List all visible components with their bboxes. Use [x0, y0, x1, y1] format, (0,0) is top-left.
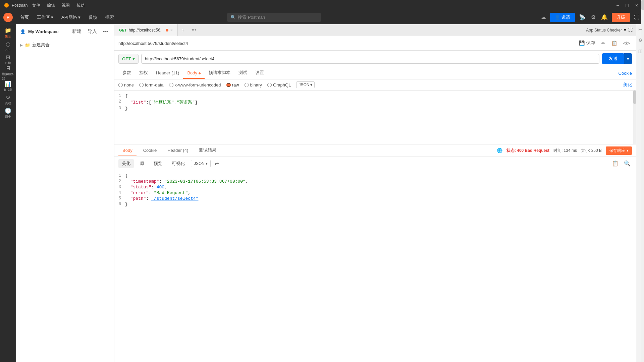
sidebar-icon-env[interactable]: ⊞ 环境	[2, 54, 14, 66]
body-opt-urlencoded[interactable]: x-www-form-urlencoded	[169, 82, 221, 87]
save-button[interactable]: 💾 保存	[577, 39, 597, 48]
right-sidebar-btn-1[interactable]: T	[637, 27, 643, 32]
send-dropdown-button[interactable]: ▾	[624, 53, 632, 64]
minimize-button[interactable]: −	[614, 2, 621, 9]
resp-tab-body[interactable]: Body	[118, 145, 137, 156]
right-sidebar-btn-3[interactable]: ◫	[637, 48, 643, 56]
expand-icon[interactable]: ⛶	[633, 13, 641, 22]
resp-json-select[interactable]: JSON ▾	[191, 160, 211, 167]
resp-body-opt-raw[interactable]: 原	[137, 159, 148, 168]
tab-close-icon[interactable]: ×	[170, 28, 173, 33]
sidebar-icons: 📁 集合 ⬡ API ⊞ 环境 🖥 模拟服务器 📊 监视器 ⚙ 流程 🕐 历史	[0, 24, 16, 362]
mock-icon: 🖥	[5, 65, 11, 71]
resp-line-4: 4 "error": "Bad Request",	[114, 190, 636, 196]
right-sidebar-btn-2[interactable]: ⚙	[637, 36, 643, 44]
invite-button[interactable]: 👤 邀请	[550, 13, 575, 22]
send-button[interactable]: 发送	[602, 53, 624, 64]
resp-body-opt-preview[interactable]: 预览	[150, 159, 166, 168]
sidebar-icon-mock[interactable]: 🖥 模拟服务器	[2, 67, 14, 79]
editor-scrollbar-thumb[interactable]	[633, 90, 636, 104]
tab-settings[interactable]: 设置	[251, 67, 268, 79]
collection-item[interactable]: ▶ 📁 新建集合	[16, 39, 114, 51]
body-opt-raw[interactable]: raw	[226, 82, 239, 87]
tab-url-text: http://localhost:56...	[129, 28, 164, 33]
menu-file[interactable]: 文件	[30, 3, 42, 8]
copy-button[interactable]: 📋	[609, 39, 619, 48]
resp-tab-header[interactable]: Header (4)	[163, 145, 192, 156]
nav-workspace[interactable]: 工作区 ▾	[34, 13, 57, 22]
nav-feedback[interactable]: 反馈	[85, 13, 101, 22]
new-item-button[interactable]: 新建	[70, 27, 84, 36]
resp-filter-icon[interactable]: ⇌	[213, 159, 220, 168]
code-button[interactable]: </>	[621, 39, 632, 48]
tab-header[interactable]: Header (11)	[152, 68, 183, 79]
url-bar-actions: 💾 保存 ✏ 📋 </>	[577, 39, 632, 48]
app-status-chevron-icon[interactable]: ▾	[624, 27, 626, 33]
json-format-select[interactable]: JSON ▾	[296, 81, 315, 88]
nav-explore[interactable]: 探索	[102, 13, 117, 22]
menu-help[interactable]: 帮助	[74, 3, 87, 8]
app-status-label: App Status Checker	[586, 28, 622, 33]
resp-body-opt-beautify[interactable]: 美化	[118, 159, 134, 168]
cloud-icon[interactable]: ☁	[539, 13, 547, 22]
method-select[interactable]: GET ▾	[118, 54, 139, 64]
menu-edit[interactable]: 编辑	[45, 3, 57, 8]
satellite-icon[interactable]: 📡	[578, 13, 587, 22]
body-opt-binary[interactable]: binary	[245, 82, 262, 87]
tab-auth[interactable]: 授权	[135, 67, 152, 79]
tab-body[interactable]: Body	[183, 68, 205, 79]
header-actions: 新建 导入 •••	[70, 27, 110, 36]
person-icon-2: 👤	[20, 29, 25, 34]
resp-body-opt-visualize[interactable]: 可视化	[168, 159, 188, 168]
body-opt-none[interactable]: none	[118, 82, 134, 87]
sidebar-icon-api[interactable]: ⬡ API	[2, 40, 14, 52]
sidebar-icon-collection-label: 集合	[5, 34, 11, 39]
upgrade-button[interactable]: 升级	[612, 13, 630, 22]
response-section: Body Cookie Header (4) 测试结果 🌐 状态: 400 Ba…	[114, 144, 636, 362]
resp-tab-cookie[interactable]: Cookie	[139, 145, 161, 156]
add-tab-button[interactable]: +	[178, 24, 189, 36]
env-icon: ⊞	[6, 54, 10, 60]
settings-icon[interactable]: ⚙	[590, 13, 597, 22]
more-tabs-button[interactable]: •••	[189, 24, 199, 36]
beautify-button[interactable]: 美化	[623, 82, 632, 88]
nav-home[interactable]: 首页	[17, 13, 32, 22]
bell-icon[interactable]: 🔔	[600, 13, 609, 22]
tab-bar: GET http://localhost:56... × + ••• App S…	[114, 24, 636, 36]
tab-params[interactable]: 参数	[118, 67, 135, 79]
workspace-chevron-icon: ▾	[51, 15, 53, 20]
sidebar-icon-history[interactable]: 🕐 历史	[2, 107, 14, 119]
menu-view[interactable]: 视图	[60, 3, 72, 8]
editor-scrollbar[interactable]	[633, 90, 636, 144]
method-label: GET	[122, 56, 131, 61]
cookie-link[interactable]: Cookie	[619, 71, 632, 76]
resp-search-icon[interactable]: 🔍	[623, 159, 632, 168]
tab-tests[interactable]: 测试	[234, 67, 251, 79]
app-title: Postman	[12, 3, 28, 8]
url-input[interactable]	[141, 54, 599, 64]
resp-right-actions: 📋 🔍	[610, 159, 632, 168]
flow-icon: ⚙	[6, 94, 10, 101]
nav-api[interactable]: API网络 ▾	[58, 13, 84, 22]
maximize-button[interactable]: □	[624, 2, 630, 9]
app-status-expand-icon[interactable]: ⛶	[628, 27, 633, 33]
request-tab-active[interactable]: GET http://localhost:56... ×	[114, 24, 178, 36]
search-bar[interactable]: 🔍 搜索 Postman	[227, 13, 321, 22]
resp-tab-testresult[interactable]: 测试结果	[195, 144, 220, 157]
body-opt-graphql[interactable]: GraphQL	[267, 82, 291, 87]
tab-prerequest[interactable]: 预请求脚本	[205, 67, 234, 79]
resp-copy-icon[interactable]: 📋	[610, 159, 620, 168]
request-body-editor[interactable]: 1 { 2 "list":["计算机系","英语系"] 3 }	[114, 90, 636, 144]
import-button[interactable]: 导入	[86, 27, 99, 36]
sidebar-icon-monitor[interactable]: 📊 监视器	[2, 80, 14, 93]
sidebar-icon-flow[interactable]: ⚙ 流程	[2, 94, 14, 106]
collection-icon-2: 📁	[25, 43, 30, 48]
postman-logo: P	[3, 13, 13, 22]
save-response-button[interactable]: 保存响应 ▾	[606, 146, 632, 155]
body-opt-formdata[interactable]: form-data	[139, 82, 164, 87]
edit-button[interactable]: ✏	[599, 39, 607, 48]
sidebar-icon-collection[interactable]: 📁 集合	[2, 27, 14, 39]
close-button[interactable]: ×	[633, 2, 640, 9]
more-options-button[interactable]: •••	[101, 27, 110, 36]
response-body-editor[interactable]: 1 { 2 "timestamp": "2023-03-17T06:53:33.…	[114, 170, 636, 362]
